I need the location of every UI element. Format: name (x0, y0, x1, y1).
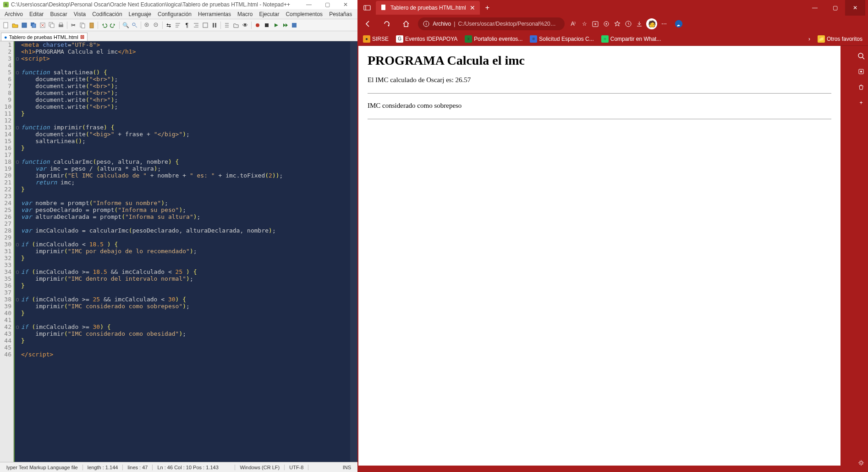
browser-tab-title: Tablero de pruebas HTML.html (390, 5, 466, 11)
close-button[interactable]: ✕ (845, 0, 865, 16)
history-icon[interactable] (624, 20, 632, 28)
other-fav-label: Otros favoritos (827, 36, 863, 42)
bookmark-item[interactable]: ○Compartir en What... (599, 34, 664, 44)
open-file-icon[interactable] (11, 21, 19, 29)
bookmark-label: Portafolio eventos... (474, 36, 522, 42)
code-editor[interactable]: 1234567891011121314151617181920212223242… (0, 41, 357, 462)
tab-close-icon[interactable]: ⊠ (80, 34, 84, 40)
bookmark-item[interactable]: ≡Solicitud Espacios C... (527, 34, 596, 44)
close-button[interactable]: ✕ (336, 1, 355, 8)
paste-icon[interactable] (88, 21, 96, 29)
find-icon[interactable]: 🔍 (121, 21, 130, 29)
print-icon[interactable] (57, 21, 65, 29)
home-button[interactable] (399, 17, 413, 31)
bing-icon[interactable] (675, 20, 683, 28)
menu-macro[interactable]: Macro (235, 10, 255, 18)
indent-icon[interactable] (192, 21, 200, 29)
star-icon[interactable]: ☆ (580, 20, 588, 28)
menu-vista[interactable]: Vista (71, 10, 88, 18)
info-icon[interactable]: i (423, 20, 430, 28)
bookmark-item[interactable]: ●SIRSE (360, 34, 391, 44)
close-icon[interactable] (38, 21, 47, 29)
refresh-button[interactable] (379, 17, 394, 31)
browser-tab[interactable]: Tablero de pruebas HTML.html ✕ (376, 1, 480, 15)
cut-icon[interactable]: ✂ (69, 21, 77, 29)
menu-archivo[interactable]: Archivo (2, 10, 26, 18)
search-icon[interactable] (857, 51, 866, 61)
tab-close-icon[interactable]: ✕ (470, 4, 475, 11)
close-all-icon[interactable] (48, 21, 56, 29)
new-tab-button[interactable]: + (482, 4, 493, 12)
save-icon[interactable] (20, 21, 28, 29)
folder-icon[interactable] (232, 21, 240, 29)
npp-title-text: C:\Users\oscar\Desktop\Personal Oscar\Or… (11, 1, 290, 8)
bookmark-item[interactable]: GEventos IDEPAPOYA (393, 34, 460, 44)
undo-icon[interactable] (100, 21, 108, 29)
menu-buscar[interactable]: Buscar (47, 10, 70, 18)
new-file-icon[interactable] (2, 21, 10, 29)
tab-actions-button[interactable] (360, 1, 374, 14)
bookmark-overflow[interactable]: › (806, 35, 813, 43)
func-list-icon[interactable] (223, 21, 231, 29)
code-area[interactable]: <meta charset="UTF-8"><h1>PROGRAMA Calcu… (20, 41, 350, 462)
tools-icon[interactable] (857, 67, 866, 76)
menu-ejecutar[interactable]: Ejecutar (256, 10, 282, 18)
menu-pestañas[interactable]: Pestañas (326, 10, 355, 18)
play-multi-icon[interactable] (281, 21, 289, 29)
vertical-scrollbar[interactable] (350, 41, 357, 462)
bookmark-item[interactable]: xPortafolio eventos... (462, 34, 525, 44)
extensions-icon[interactable] (602, 20, 610, 28)
svg-point-14 (132, 23, 135, 26)
status-pos: Ln : 46 Col : 10 Pos : 1.143 (153, 465, 235, 470)
settings-icon[interactable] (857, 458, 866, 467)
menu-herramientas[interactable]: Herramientas (195, 10, 234, 18)
minimize-button[interactable]: — (300, 1, 318, 8)
maximize-button[interactable]: ▢ (318, 1, 336, 8)
zoom-out-icon[interactable] (152, 21, 160, 29)
copy-icon[interactable] (78, 21, 87, 29)
svg-point-20 (256, 23, 259, 27)
add-icon[interactable]: + (857, 98, 866, 107)
read-aloud-icon[interactable]: A⁾ (569, 20, 577, 28)
npp-tabbar: ● Tablero de pruebas HTML.html ⊠ (0, 31, 357, 41)
file-modified-icon: ● (4, 34, 7, 40)
svg-rect-3 (22, 23, 27, 28)
record-icon[interactable] (253, 21, 262, 29)
menu-editar[interactable]: Editar (27, 10, 46, 18)
svg-rect-8 (50, 24, 54, 28)
monitor-icon[interactable]: 👁 (241, 21, 249, 29)
address-bar[interactable]: i Archivo | C:/Users/oscar/Desktop/Perso… (418, 17, 565, 30)
menu-codificación[interactable]: Codificación (89, 10, 125, 18)
collections-icon[interactable] (591, 20, 599, 28)
favorites-icon[interactable] (613, 20, 621, 28)
edge-toolbar: i Archivo | C:/Users/oscar/Desktop/Perso… (357, 16, 868, 32)
bookmark-icon: x (465, 35, 472, 43)
other-favorites[interactable]: 📁Otros favoritos (815, 34, 865, 44)
menu-lenguaje[interactable]: Lenguaje (126, 10, 154, 18)
fold-column[interactable]: ▢▢▢▢▢▢▢▢ (14, 41, 20, 462)
back-button[interactable] (360, 17, 375, 31)
play-icon[interactable] (272, 21, 280, 29)
save-all-icon[interactable] (29, 21, 38, 29)
file-tab[interactable]: ● Tablero de pruebas HTML.html ⊠ (1, 33, 88, 41)
save-macro-icon[interactable] (290, 21, 298, 29)
bookmark-icon: ○ (601, 35, 609, 43)
menu-icon[interactable]: ⋯ (660, 20, 668, 28)
show-chars-icon[interactable]: ¶ (183, 21, 191, 29)
minimize-button[interactable]: — (805, 0, 825, 16)
replace-icon[interactable] (131, 21, 139, 29)
lang-icon[interactable] (201, 21, 209, 29)
zoom-in-icon[interactable] (143, 21, 151, 29)
wrap-icon[interactable] (174, 21, 182, 29)
menu-complementos[interactable]: Complementos (283, 10, 325, 18)
profile-avatar[interactable]: 🧑 (646, 18, 657, 29)
redo-icon[interactable] (109, 21, 117, 29)
shopping-icon[interactable] (857, 83, 866, 92)
stop-icon[interactable] (263, 21, 271, 29)
maximize-button[interactable]: ▢ (825, 0, 845, 16)
npp-titlebar[interactable]: n C:\Users\oscar\Desktop\Personal Oscar\… (0, 0, 357, 9)
downloads-icon[interactable] (635, 20, 643, 28)
menu-configuración[interactable]: Configuración (155, 10, 194, 18)
doc-map-icon[interactable] (210, 21, 219, 29)
sync-icon[interactable]: ⇆ (165, 21, 173, 29)
